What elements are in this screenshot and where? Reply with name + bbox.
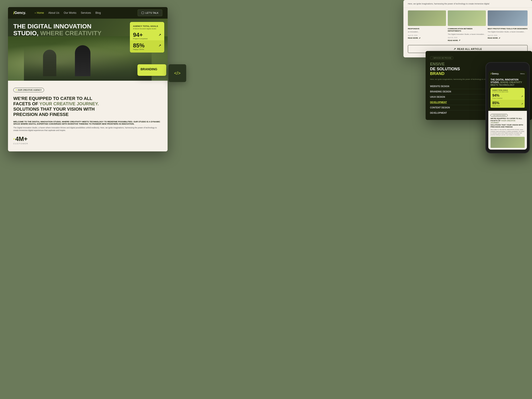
stat-value-2: 85% ↗: [133, 43, 161, 48]
stat-item-2: 85% ↗ Happy Clients: [130, 40, 164, 52]
branding-card: BRANDING: [137, 64, 166, 76]
stat-arrow-2: ↗: [158, 44, 161, 47]
nav-works[interactable]: Our Works: [64, 11, 76, 14]
customer-num: • 4M+: [13, 135, 162, 143]
main-website-card: i Gency. • Home About Us Our Works Servi…: [8, 7, 168, 151]
stats-title: AGENCY TOTAL GOALS: [133, 25, 161, 27]
branding-title: BRANDING: [140, 67, 163, 71]
lower-desc-bold: WELCOME TO THE DIGITAL INNOVATION STUDIO…: [13, 120, 162, 125]
message-icon: [141, 12, 144, 14]
dev-card: </>: [168, 64, 186, 82]
lower-section: OUR CREATIVE AGENCY WE'RE EQUIPPED TO CA…: [8, 81, 168, 151]
nav-about[interactable]: About Us: [48, 11, 59, 14]
nav-services[interactable]: Services: [81, 11, 91, 14]
stat-label-2: Happy Clients: [133, 48, 161, 50]
nav-blog[interactable]: Blog: [95, 11, 101, 14]
stat-label-1: Project Completed: [133, 38, 161, 40]
stats-subtitle: A future-focused digital studio: [133, 28, 161, 30]
person-silhouette-1: [43, 50, 56, 76]
nav-links: • Home About Us Our Works Services Blog: [35, 11, 138, 14]
lets-talk-button[interactable]: LET'S TALK: [138, 10, 162, 16]
stat-arrow-1: ↗: [158, 33, 161, 36]
dev-icon: </>: [174, 71, 181, 76]
agency-badge: OUR CREATIVE AGENCY: [13, 88, 44, 92]
stat-value-1: 94+ ↗: [133, 32, 161, 38]
person-silhouette-2: [75, 45, 90, 76]
lower-desc-2: The Digital Innovation Studio, a haven w…: [13, 126, 162, 132]
bullet-dot: •: [13, 137, 15, 142]
logo[interactable]: i Gency.: [13, 11, 26, 15]
customer-stat: • 4M+ CUSTOMER: [13, 135, 162, 145]
lower-title: WE'RE EQUIPPED TO CATER TO ALL FACETS OF…: [13, 96, 162, 117]
nav-dot: •: [35, 12, 36, 14]
nav-home[interactable]: • Home: [35, 11, 44, 14]
navbar: i Gency. • Home About Us Our Works Servi…: [8, 7, 168, 19]
stats-card: AGENCY TOTAL GOALS A future-focused digi…: [130, 22, 164, 52]
lower-title-line2: FACETS OF YOUR CREATIVE JOURNEY.: [13, 101, 162, 106]
badge-dot: [16, 89, 17, 90]
logo-text: Gency.: [14, 11, 26, 15]
stat-item-1: 94+ ↗ Project Completed: [133, 32, 161, 40]
customer-label: CUSTOMER: [13, 143, 162, 145]
